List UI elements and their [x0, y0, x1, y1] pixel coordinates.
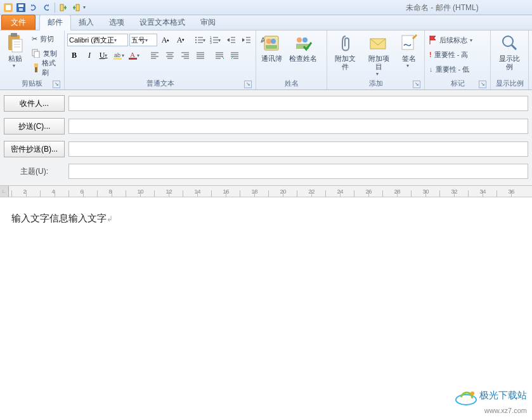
svg-rect-23 — [114, 58, 122, 60]
increase-indent-button[interactable] — [240, 33, 254, 47]
follow-up-button[interactable]: 后续标志▾ — [427, 33, 477, 47]
next-item-icon[interactable] — [70, 2, 82, 13]
paragraph-mark-icon: ↲ — [107, 214, 113, 223]
message-header: 收件人... 抄送(C)... 密件抄送(B)... 主题(U): — [0, 90, 532, 186]
align-right-button[interactable] — [179, 48, 193, 62]
text-launcher[interactable]: ↘ — [244, 81, 252, 88]
tab-review[interactable]: 审阅 — [193, 15, 223, 30]
high-label: 重要性 - 高 — [434, 50, 469, 60]
cut-button[interactable]: ✂剪切 — [30, 32, 62, 46]
shrink-font-button[interactable]: A▾ — [174, 33, 188, 47]
format-painter-button[interactable]: 格式刷 — [30, 61, 62, 75]
window-title: 未命名 - 邮件 (HTML) — [406, 3, 479, 13]
font-size-select[interactable]: 五号▾ — [129, 34, 157, 46]
tags-launcher[interactable]: ↘ — [479, 81, 486, 88]
paste-button[interactable]: 粘贴 ▾ — [3, 32, 28, 70]
address-book-icon — [262, 33, 282, 53]
brush-icon — [32, 63, 39, 72]
body-text: 输入文字信息输入文字 — [11, 213, 107, 223]
grow-font-button[interactable]: A▴ — [159, 33, 172, 47]
svg-point-30 — [297, 37, 302, 43]
ribbon-tabs: 文件 邮件 插入 选项 设置文本格式 审阅 — [0, 15, 532, 30]
svg-rect-11 — [34, 51, 39, 58]
bcc-input[interactable] — [68, 141, 528, 157]
svg-rect-29 — [266, 45, 277, 49]
tab-options[interactable]: 选项 — [101, 15, 132, 30]
clipboard-launcher[interactable]: ↘ — [53, 81, 60, 88]
outdent-button[interactable] — [213, 48, 227, 62]
subject-input[interactable] — [68, 164, 528, 179]
bold-button[interactable]: B — [67, 48, 81, 62]
redo-icon[interactable] — [41, 2, 52, 13]
svg-rect-4 — [19, 8, 23, 11]
low-importance-button[interactable]: ↓重要性 - 低 — [427, 62, 477, 76]
tab-file[interactable]: 文件 — [1, 15, 36, 30]
numbering-button[interactable]: 123▾ — [209, 33, 223, 47]
cc-input[interactable] — [68, 119, 528, 134]
attach-file-label: 附加文件 — [332, 55, 359, 71]
svg-point-28 — [271, 39, 276, 44]
indent-button[interactable] — [228, 48, 242, 62]
align-center-button[interactable] — [164, 48, 178, 62]
group-zoom: 显示比例 显示比例 — [491, 30, 529, 89]
decrease-indent-button[interactable] — [224, 33, 238, 47]
signature-icon — [399, 33, 419, 53]
to-button[interactable]: 收件人... — [4, 95, 65, 112]
high-importance-button[interactable]: !重要性 - 高 — [427, 48, 477, 62]
bullets-button[interactable]: ▾ — [194, 33, 208, 47]
cc-button[interactable]: 抄送(C)... — [4, 118, 65, 135]
svg-point-35 — [503, 36, 513, 46]
address-book-button[interactable]: 通讯簿 — [259, 32, 285, 64]
underline-button[interactable]: U▾ — [98, 48, 112, 62]
svg-rect-9 — [12, 39, 22, 52]
message-body[interactable]: 输入文字信息输入文字↲ — [0, 197, 532, 240]
ruler[interactable]: ∟ 24681012141618202224262830323436 — [0, 186, 532, 197]
group-clipboard-label: 剪贴板 — [22, 79, 42, 87]
include-launcher[interactable]: ↘ — [413, 81, 420, 88]
svg-point-27 — [266, 39, 271, 44]
highlight-button[interactable]: ab▾ — [113, 48, 127, 62]
group-tags-label: 标记 — [451, 79, 465, 87]
magnifier-icon — [500, 33, 520, 53]
check-names-button[interactable]: 检查姓名 — [287, 32, 320, 64]
attach-file-button[interactable]: 附加文件 — [330, 32, 361, 72]
svg-text:ab: ab — [114, 52, 120, 58]
zoom-label: 显示比例 — [496, 55, 523, 71]
watermark-text: 极光下载站 — [479, 390, 527, 400]
paste-dropdown[interactable]: ▾ — [13, 63, 18, 69]
ruler-tab-selector[interactable]: ∟ — [0, 186, 9, 197]
tab-insert[interactable]: 插入 — [71, 15, 101, 30]
svg-text:3: 3 — [210, 41, 212, 44]
attach-item-button[interactable]: 附加项目 ▾ — [363, 32, 395, 78]
tab-mail[interactable]: 邮件 — [39, 15, 71, 30]
previous-item-icon[interactable] — [58, 2, 69, 13]
attach-item-dropdown[interactable]: ▾ — [376, 71, 381, 77]
to-input[interactable] — [68, 96, 528, 111]
watermark: 极光下载站 www.xz7.com — [455, 387, 527, 415]
signature-dropdown[interactable]: ▾ — [406, 63, 412, 69]
svg-point-37 — [470, 391, 474, 395]
painter-label: 格式刷 — [42, 58, 60, 77]
save-icon[interactable] — [15, 2, 27, 13]
align-justify-button[interactable] — [194, 48, 208, 62]
cut-label: 剪切 — [40, 34, 54, 44]
group-names: 通讯簿 检查姓名 姓名 — [256, 30, 327, 89]
svg-rect-3 — [18, 4, 23, 7]
cut-icon: ✂ — [32, 35, 37, 43]
font-family-select[interactable]: Calibri (西文正▾ — [67, 34, 128, 46]
signature-label: 签名 — [402, 55, 416, 63]
paperclip-icon — [335, 33, 356, 53]
font-color-button[interactable]: A▾ — [128, 48, 142, 62]
svg-point-14 — [195, 37, 197, 38]
undo-icon[interactable] — [28, 2, 39, 13]
zoom-button[interactable]: 显示比例 — [493, 32, 526, 72]
align-left-button[interactable] — [148, 48, 162, 62]
tab-format[interactable]: 设置文本格式 — [132, 15, 193, 30]
bcc-button[interactable]: 密件抄送(B)... — [4, 141, 65, 157]
signature-button[interactable]: 签名 ▾ — [396, 32, 422, 70]
svg-rect-13 — [35, 67, 37, 72]
qat-customize-dropdown[interactable]: ▾ — [83, 4, 88, 10]
group-basic-text: Calibri (西文正▾ 五号▾ A▴ A▾ ▾ 123▾ A̷ B I U▾… — [65, 30, 256, 89]
svg-rect-8 — [11, 33, 17, 37]
italic-button[interactable]: I — [82, 48, 96, 62]
